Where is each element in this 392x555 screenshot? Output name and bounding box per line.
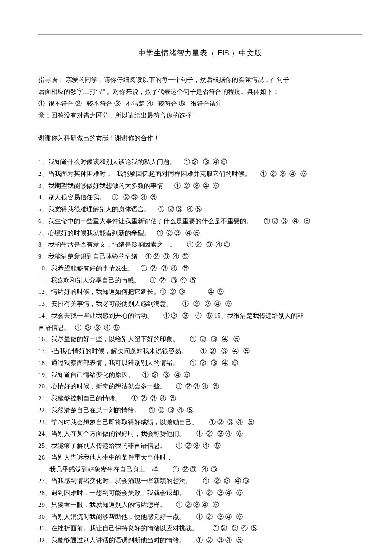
- questionnaire-items: 1、我知道什么时候该和别人谈论我的私人问题。 ① ② ③ ④ ⑤ 2、当我面对某…: [38, 156, 362, 546]
- item-line: 6、我生命中的一些重大事件让我重新评估了什么是重要的什么是不重要的。 ① ② ③…: [38, 216, 362, 227]
- item-line: 27、当我感到情绪变化时，就会涌现一些新颖的想法。 ① ② ③ ④ ⑤: [38, 475, 362, 487]
- item-line: 21、我能够控制自己的情绪。 ① ② ③ ④ ⑤: [38, 393, 362, 405]
- item-line: 17、-当我心情好的时候，解决问题对我来说很容易。 ① ② ③ ④ ⑤: [38, 345, 362, 357]
- item-line: 1、我知道什么时候该和别人谈论我的私人问题。 ① ② ③ ④ ⑤: [38, 156, 362, 168]
- item-line: 25、我能够了解别人传递给我的非言语信息。 ① ② ③ ④ ⑤: [38, 440, 362, 452]
- item-line: 30、当别人消沉时我能够帮助他，使他感觉好一点。 ① ② ③ ④ ⑤: [38, 511, 362, 523]
- item-line: 2、当我面对某种困难时， 我能够回忆起面对同样困难并克服它们的时候。 ① ② ③…: [38, 168, 362, 180]
- item-line: 18、通过观察面部表情，我可以辨别别人的情绪。 ① ② ③ ④ ⑤: [38, 357, 362, 369]
- item-line: 28、遇到困难时，一想到可能会失败，我就会退却。 ① ② ③ ④ ⑤: [38, 487, 362, 499]
- item-line: 14、我会去找一些让我感到开心的活动。 ① ② ③ ④ ⑤ 15、我很清楚我传递…: [38, 310, 362, 322]
- item-line: 13、安排有关事情，我尽可能使别人感到满意。 ① ② ③ ④ ⑤: [38, 298, 362, 310]
- item-line: 4、别人很容易信任我。 ① ② ③ ④ ⑤: [38, 192, 362, 204]
- document-title: 中学生情绪智力量表（ EIS ）中文版: [38, 46, 362, 60]
- item-line: 8、我的生活是否有意义，情绪是影响因素之一。 ① ② ③ ④ ⑤: [38, 239, 362, 251]
- item-line: 31、在挫折面前。我让自己保持良好的情绪以应对挑战。 ① ② ③ ④ ⑤: [38, 523, 362, 535]
- item-line: 5、我觉得我很难理解别人的身体语言。 ① ② ③ ④ ⑤: [38, 204, 362, 216]
- instruction-line: 指导语： 亲爱的同学，请你仔细阅读以下的每一个句子，然后根据你的实际情况，在句子: [38, 74, 362, 86]
- item-line: 26、当别人告诉我他人生中的某件重大事件时，: [38, 452, 362, 464]
- instruction-line: ①=很不符合 ② =较不符合 ③ =不清楚 ④ =较符合 ⑤ =很符合请注: [38, 98, 362, 110]
- page-top-rule: [38, 34, 362, 35]
- item-line: 16、我尽量做的好一些，以给别人留下好的印象。 ① ② ③ ④ ⑤: [38, 334, 362, 345]
- item-line: 19、我知道自己情绪变化的原因。 ① ② ③ ④ ⑤: [38, 369, 362, 381]
- instruction-line: 后面相应的数字上打“√” 。对你来说，数字代表这个句子是否符合的程度。具体如下：: [38, 86, 362, 98]
- item-line: 20、心情好的时候，新奇的想法就会多一些。 ① ② ③ ④ ⑤: [38, 381, 362, 393]
- thanks-line: 谢谢你为科研做出的贡献！谢谢你的合作！: [38, 132, 362, 144]
- item-line: 23、学习时我会想象自己即将取得好成绩，以激励自己。 ① ② ③ ④ ⑤: [38, 417, 362, 428]
- instruction-line: 意：回答没有对错之区分，所以请给出最符合你的选择: [38, 110, 362, 122]
- item-line: 29、只要看一眼，我就知道别人的情绪怎样。 ① ② ③ ④ ⑤: [38, 499, 362, 511]
- item-line: 3、我期望我能够做好我想做的大多数的事情 ① ② ③ ④ ⑤: [38, 180, 362, 192]
- title-post: ）中文版: [231, 49, 262, 57]
- item-line: 32、我能够通过别人讲话的语调判断他当时的情绪。 ① ② ③ ④ ⑤: [38, 535, 362, 546]
- item-line: 12、情绪好的时候，我知道如何把它延长。① ② ③ ④ ⑤: [38, 286, 362, 298]
- instructions-block: 指导语： 亲爱的同学，请你仔细阅读以下的每一个句子，然后根据你的实际情况，在句子…: [38, 74, 362, 121]
- item-line: 我几乎感觉到好象发生在自己身上一样。 ① ② ③ ④ ⑤: [38, 464, 362, 476]
- title-pre: 中学生情绪智力量表（: [138, 49, 215, 57]
- item-line: 7、心境好的时候我就能看到新的希望。 ① ② ③ ④ ⑤: [38, 227, 362, 239]
- item-line: 24、当别人在某个方面做的很好时，我会称赞他们。 ① ② ③ ④ ⑤: [38, 428, 362, 440]
- item-line: 9、我能清楚意识到自己体验的情绪 ① ② ③ ④ ⑤: [38, 251, 362, 263]
- item-line: 22、我很清楚自己在某一刻的情绪。 ① ② ③ ④ ⑤: [38, 405, 362, 417]
- item-line: 言语信息。 ① ② ③ ④ ⑤: [38, 322, 362, 334]
- item-line: 10、我希望能够有好的事情发生。 ① ② ③ ④ ⑤: [38, 263, 362, 275]
- item-line: 11、我喜欢和别人分享自己的情感。 ① ② ③ ④ ⑤: [38, 275, 362, 287]
- title-en: EIS: [217, 49, 229, 57]
